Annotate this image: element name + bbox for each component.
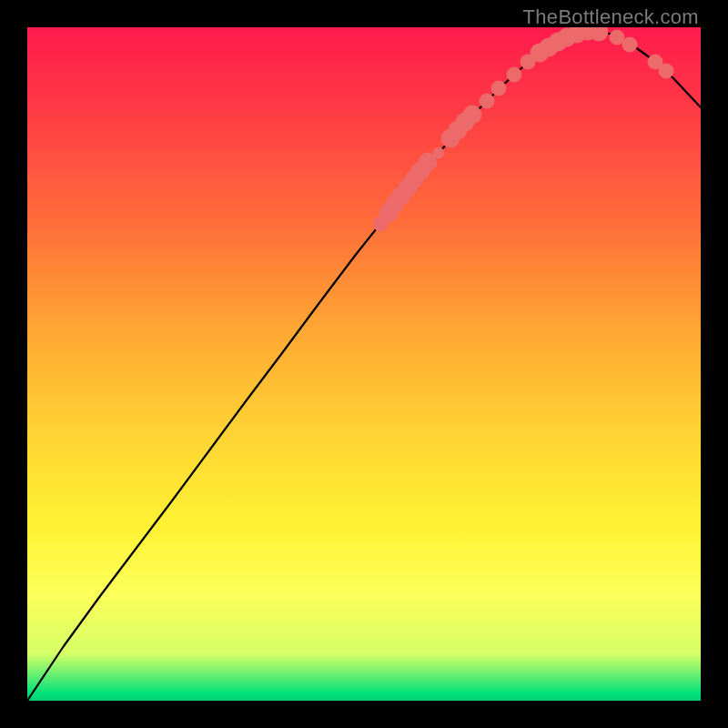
bottleneck-curve [27, 31, 701, 701]
data-marker [622, 37, 637, 52]
chart-stage: TheBottleneck.com [0, 0, 728, 728]
data-markers [373, 27, 673, 231]
data-marker [590, 27, 608, 41]
data-marker [463, 106, 481, 124]
chart-svg [27, 27, 701, 701]
data-marker [659, 64, 673, 78]
data-marker [433, 147, 444, 158]
data-marker [507, 67, 521, 82]
attribution-label: TheBottleneck.com [523, 5, 699, 29]
plot-area [27, 27, 701, 701]
data-marker [480, 94, 494, 108]
data-marker [610, 30, 624, 45]
data-marker [491, 81, 506, 96]
